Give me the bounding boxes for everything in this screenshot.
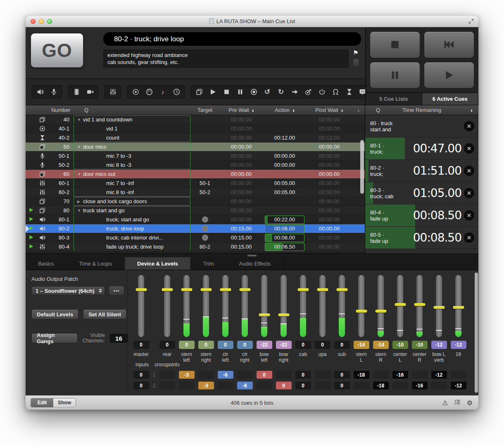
- cue-name-cell[interactable]: truck; start and go: [74, 215, 190, 224]
- active-cue-row[interactable]: 80-2 · truck;01:51.00×: [365, 160, 478, 182]
- pre-wait-value[interactable]: 00:00.00: [219, 126, 263, 132]
- action-cell[interactable]: 00:12.00: [263, 135, 306, 141]
- cue-notes[interactable]: extended highway road ambiance cab sound…: [103, 50, 349, 68]
- post-wait-value[interactable]: 00:12.00: [306, 135, 352, 141]
- fader-thumb[interactable]: [297, 288, 309, 291]
- cue-row[interactable]: 50-1mic 7 to -300:00.0000:00.0000:00.00: [26, 152, 365, 161]
- channel-level-value[interactable]: -12: [431, 341, 447, 349]
- divider-grip[interactable]: [247, 255, 257, 256]
- cue-row[interactable]: 50▼door mics00:00.0000:00.00: [26, 142, 365, 152]
- action-cell[interactable]: 00:06.50: [263, 243, 306, 251]
- assign-gangs-button[interactable]: Assign Gangs: [31, 333, 78, 343]
- fader-track[interactable]: [416, 275, 423, 337]
- col-q[interactable]: Q: [74, 107, 190, 113]
- video-icon[interactable]: [73, 88, 80, 96]
- cue-table-scrollbar[interactable]: [360, 140, 364, 194]
- cue-row[interactable]: 80-3truck; cab interior drivi...↑00:15.0…: [26, 233, 365, 242]
- action-cell[interactable]: 00:22.00: [263, 216, 306, 224]
- stop-cue-button[interactable]: ×: [464, 188, 474, 198]
- channel-level-value[interactable]: 0: [159, 341, 175, 349]
- fader-track[interactable]: [261, 275, 267, 337]
- fader-thumb[interactable]: [453, 306, 464, 309]
- cue-number[interactable]: 40-1: [48, 126, 74, 132]
- crosspoint-value[interactable]: -18: [354, 371, 369, 379]
- action-cell[interactable]: 00:06.00: [263, 225, 306, 233]
- tab-active-cues[interactable]: 6 Active Cues: [422, 93, 479, 105]
- crosspoint-value[interactable]: -6: [237, 382, 253, 389]
- crosspoint-value[interactable]: 0: [334, 382, 350, 389]
- crosspoint-value[interactable]: [257, 382, 272, 389]
- cue-name-cell[interactable]: ▼door mics out: [74, 170, 190, 178]
- cue-number[interactable]: 50-2: [48, 162, 74, 168]
- fader-thumb[interactable]: [200, 288, 212, 291]
- pre-wait-value[interactable]: 00:15.00: [219, 225, 263, 232]
- channel-level-value[interactable]: 0: [218, 341, 233, 349]
- active-cue-row[interactable]: 80-3 · truck; cab01:05.00×: [365, 182, 478, 204]
- active-cue-row[interactable]: 80 · truck start and×: [365, 115, 478, 138]
- channel-level-value[interactable]: 0: [179, 341, 195, 349]
- crosspoint-value[interactable]: 0: [257, 371, 272, 379]
- disarm-icon[interactable]: [332, 88, 339, 96]
- action-cell[interactable]: 00:06.00: [263, 234, 306, 242]
- channel-level-value[interactable]: 0: [295, 341, 311, 349]
- post-wait-value[interactable]: 00:00.00: [306, 116, 352, 123]
- pause-icon[interactable]: [236, 88, 244, 96]
- disclosure-open-icon[interactable]: ▼: [77, 172, 83, 176]
- cue-name-cell[interactable]: ▼door mics: [74, 142, 190, 151]
- channel-level-value[interactable]: -22: [257, 341, 272, 349]
- fader-track[interactable]: [378, 275, 384, 337]
- fade-icon[interactable]: [109, 88, 116, 96]
- post-wait-value[interactable]: 00:00.00: [306, 216, 352, 223]
- channel-level-value[interactable]: -22: [276, 341, 292, 349]
- crosspoint-value[interactable]: [276, 371, 292, 379]
- cue-number[interactable]: 60: [48, 171, 74, 177]
- fader-track[interactable]: [319, 275, 326, 337]
- visible-channels-value[interactable]: 16: [110, 334, 128, 343]
- cue-list-icon[interactable]: [454, 399, 461, 407]
- fader-thumb[interactable]: [317, 288, 328, 291]
- cue-name-cell[interactable]: mic 7 to -3: [74, 152, 190, 160]
- stop-cue-button[interactable]: ×: [464, 210, 474, 221]
- target-arrow-icon[interactable]: [304, 88, 312, 96]
- post-wait-value[interactable]: 00:00.00: [306, 235, 352, 241]
- action-cell[interactable]: 00:00.00: [263, 162, 306, 168]
- crosspoint-value[interactable]: 0: [295, 382, 311, 389]
- arm-icon[interactable]: [318, 88, 326, 96]
- fader-thumb[interactable]: [278, 313, 289, 316]
- pre-wait-value[interactable]: 00:00.00: [219, 135, 263, 141]
- cue-row[interactable]: 60-1mic 7 to -inf50-100:00.0000:05.0000:…: [26, 179, 365, 188]
- audio-patch-dropdown[interactable]: 1 – Soundflower (64ch): [31, 286, 105, 295]
- disclosure-open-icon[interactable]: ▼: [77, 118, 83, 122]
- pre-wait-value[interactable]: 00:15.00: [219, 235, 263, 241]
- cue-name-cell[interactable]: truck; drive loop: [74, 224, 190, 233]
- cue-number[interactable]: 70: [48, 198, 74, 204]
- cue-number[interactable]: 40-2: [48, 135, 74, 141]
- channel-level-value[interactable]: 0: [237, 341, 253, 349]
- crosspoint-value[interactable]: 0: [276, 382, 292, 389]
- tab-device-levels[interactable]: Device & Levels: [125, 257, 191, 270]
- cue-name-cell[interactable]: ▶close and lock cargo doors: [74, 197, 190, 206]
- fader-track[interactable]: [455, 275, 461, 337]
- cue-number[interactable]: 80: [48, 207, 74, 214]
- channel-level-value[interactable]: -10: [392, 341, 408, 349]
- reset-icon[interactable]: ↺: [264, 88, 271, 96]
- pre-wait-value[interactable]: 00:00.00: [219, 216, 263, 223]
- crosspoint-value[interactable]: 0: [133, 382, 149, 389]
- disclosure-open-icon[interactable]: ▼: [77, 209, 83, 213]
- tab-cue-lists[interactable]: 5 Cue Lists: [366, 93, 422, 105]
- action-cell[interactable]: 00:05.00: [263, 180, 306, 186]
- channel-level-value[interactable]: 0: [133, 341, 149, 349]
- cue-name-cell[interactable]: fade up truck; drive loop: [74, 242, 190, 251]
- goto-icon[interactable]: [291, 88, 298, 96]
- fader-track[interactable]: [138, 275, 144, 337]
- crosspoint-value[interactable]: [315, 371, 330, 379]
- active-cue-row[interactable]: 80-4 · fade up00:08.50×: [365, 204, 478, 227]
- crosspoint-value[interactable]: [315, 382, 330, 389]
- start-icon[interactable]: [209, 88, 216, 96]
- pre-wait-value[interactable]: 00:15.00: [219, 244, 263, 250]
- tab-basics[interactable]: Basics: [26, 257, 67, 270]
- channel-level-value[interactable]: 0: [315, 341, 330, 349]
- midi-icon[interactable]: [145, 88, 153, 96]
- flag-icon[interactable]: ⚑: [353, 50, 358, 56]
- fader-thumb[interactable]: [136, 288, 147, 291]
